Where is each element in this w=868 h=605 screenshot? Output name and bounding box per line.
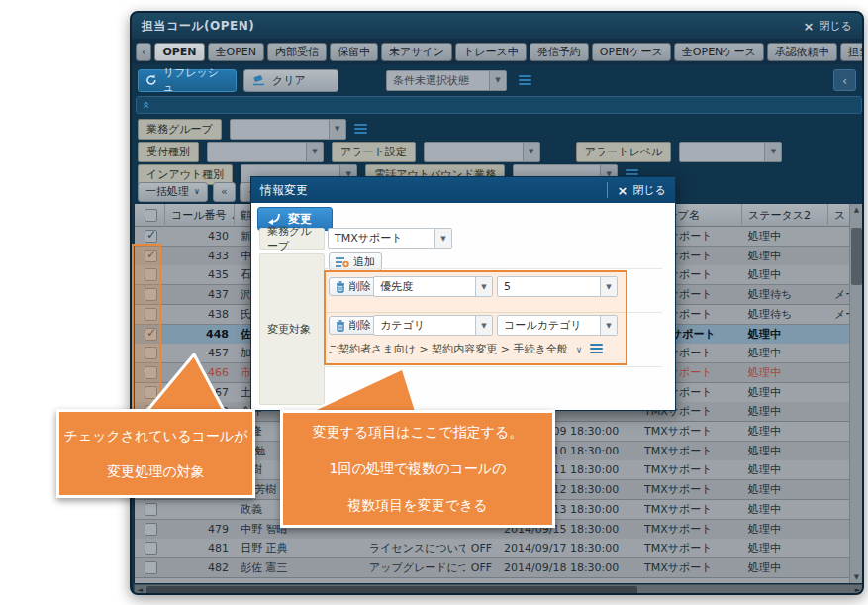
dropdown-arrow-icon: ▼	[764, 143, 781, 161]
filter-label: 受付種別	[138, 142, 199, 162]
column-header-label: ス	[834, 208, 845, 223]
dialog-close-button[interactable]: × 閉じる	[607, 182, 666, 198]
clear-button[interactable]: クリア	[243, 69, 338, 92]
filter-collapse-bar[interactable]: «	[136, 96, 862, 114]
scroll-left-icon[interactable]: ◄	[135, 585, 145, 595]
column-header-status[interactable]: ステータス2	[742, 204, 828, 227]
window-close-button[interactable]: × 閉じる	[804, 19, 852, 34]
cell-status: 処理中	[742, 422, 828, 441]
filter-label: アラート設定	[332, 142, 416, 162]
pager-button[interactable]: «	[213, 182, 236, 202]
tab-scroll-left-button[interactable]: ‹	[136, 43, 151, 61]
filter-select[interactable]: ▼	[424, 142, 540, 162]
cell-subject: ライセンスについて	[363, 539, 465, 557]
scroll-up-icon[interactable]: ▲	[850, 204, 863, 216]
cell-cb	[139, 558, 165, 577]
row-checkbox[interactable]	[145, 503, 157, 516]
scroll-right-icon[interactable]: ►	[852, 585, 863, 595]
cell-number: 437	[165, 285, 235, 304]
tab-全OPEN[interactable]: 全OPEN	[208, 43, 264, 61]
caret-down-icon: ∨	[194, 187, 200, 196]
row-checkbox[interactable]	[145, 523, 157, 536]
filter-list-icon[interactable]	[354, 124, 367, 135]
window-title: 担当コール(OPEN)	[142, 18, 254, 35]
tab-未アサイン[interactable]: 未アサイン	[381, 43, 452, 61]
cell-group: TMXサポート	[638, 442, 742, 460]
cell-group: TMXサポート	[638, 558, 742, 577]
close-icon: ×	[804, 19, 815, 34]
add-list-icon	[336, 256, 349, 268]
row-checkbox[interactable]	[145, 542, 157, 555]
group-select[interactable]: TMXサポート ▼	[328, 228, 452, 249]
cell-status: 処理中	[742, 520, 828, 539]
eraser-icon	[252, 74, 265, 86]
category-path[interactable]: ご契約者さま向け > 契約内容変更 > 手続き全般 ∨	[328, 342, 603, 356]
cell-status: 処理中	[742, 442, 828, 460]
cell-name: 日野 正典	[235, 539, 363, 557]
cell-status: 処理中	[742, 265, 828, 284]
cell-cb	[139, 520, 165, 539]
delete-target-button[interactable]: 削除	[329, 316, 378, 335]
horizontal-scroll-thumb[interactable]	[146, 586, 637, 594]
cell-status: 処理中	[742, 500, 828, 519]
group-field-label: 業務グループ	[259, 228, 325, 250]
select-all-checkbox[interactable]	[145, 209, 157, 222]
target-value-select[interactable]: 5 ▼	[497, 276, 618, 297]
trash-icon	[336, 281, 345, 293]
refresh-icon	[145, 74, 157, 86]
dropdown-arrow-icon: ▼	[475, 316, 492, 335]
preset-select[interactable]: 条件未選択状態 ▼	[386, 70, 507, 91]
filter-アラート設定: アラート設定▼	[332, 142, 540, 162]
tab-OPEN[interactable]: OPEN	[154, 43, 204, 61]
delete-target-button[interactable]: 削除	[329, 277, 378, 296]
tab-保留中[interactable]: 保留中	[330, 43, 378, 61]
tab-内部受信[interactable]: 内部受信	[267, 43, 327, 61]
vertical-scroll-thumb[interactable]	[851, 228, 862, 285]
tab-承認依頼中[interactable]: 承認依頼中	[767, 43, 837, 61]
target-field-select[interactable]: 優先度 ▼	[373, 276, 493, 297]
cell-group: TMXサポート	[638, 539, 742, 557]
collapse-chevrons-icon: «	[140, 101, 153, 109]
refresh-button[interactable]: リフレッシュ	[138, 69, 237, 92]
filter-select[interactable]: ▼	[207, 142, 324, 162]
target-value-select[interactable]: コールカテゴリ ▼	[497, 315, 618, 336]
panel-collapse-button[interactable]: ‹	[833, 69, 856, 91]
column-header-cb[interactable]	[139, 204, 165, 227]
category-list-icon[interactable]	[590, 344, 603, 354]
filter-select[interactable]: ▼	[230, 119, 346, 140]
cell-status: 処理中	[742, 344, 828, 362]
column-header-label: コール番号	[171, 208, 227, 223]
batch-process-button[interactable]: 一括処理 ∨	[138, 182, 208, 202]
cell-group: TMXサポート	[638, 500, 742, 519]
cell-date: 2014/09/17 18:30:00	[498, 539, 638, 557]
close-label: 閉じる	[819, 19, 852, 34]
filter-select[interactable]: ▼	[679, 142, 782, 162]
cell-status: 処理中	[742, 325, 828, 344]
tab-トレース中[interactable]: トレース中	[455, 43, 527, 61]
column-header-number[interactable]: コール番号▲	[165, 204, 235, 227]
tab-OPENケース[interactable]: OPENケース	[592, 43, 671, 61]
row-checkbox[interactable]	[145, 230, 157, 243]
cell-flag: OFF	[465, 558, 498, 577]
preset-list-icon[interactable]	[519, 75, 531, 86]
dropdown-arrow-icon: ▼	[475, 277, 492, 296]
cell-status: 処理中	[742, 480, 828, 499]
table-row[interactable]: 481日野 正典ライセンスについてOFF2014/09/17 18:30:00T…	[135, 539, 851, 558]
vertical-scrollbar[interactable]: ▲ ▼	[849, 204, 863, 583]
window-titlebar: 担当コール(OPEN) × 閉じる	[132, 13, 862, 39]
target-field-select[interactable]: カテゴリ ▼	[373, 315, 493, 336]
right-callout: 変更する項目はここで指定する。 1回の処理で複数のコールの 複数項目を変更できる	[280, 410, 555, 528]
table-row[interactable]: 482彭佐 憲三アップグレードについてOFF2014/09/18 18:30:0…	[135, 558, 851, 578]
horizontal-scrollbar[interactable]: ◄ ►	[134, 584, 864, 595]
cell-number: 430	[165, 227, 235, 246]
filter-受付種別: 受付種別▼	[138, 142, 324, 162]
row-checkbox[interactable]	[145, 561, 157, 574]
tab-全OPENケース[interactable]: 全OPENケース	[674, 43, 764, 61]
cell-flag: OFF	[465, 539, 498, 557]
cell-status: 処理中	[742, 539, 828, 557]
scroll-down-icon[interactable]: ▼	[850, 571, 863, 583]
filter-row-2: 受付種別▼アラート設定▼アラートレベル▼	[138, 141, 782, 162]
tab-担当者変更[interactable]: 担当者変更	[840, 43, 864, 61]
left-callout-tail	[129, 345, 238, 418]
tab-発信予約[interactable]: 発信予約	[530, 43, 589, 61]
